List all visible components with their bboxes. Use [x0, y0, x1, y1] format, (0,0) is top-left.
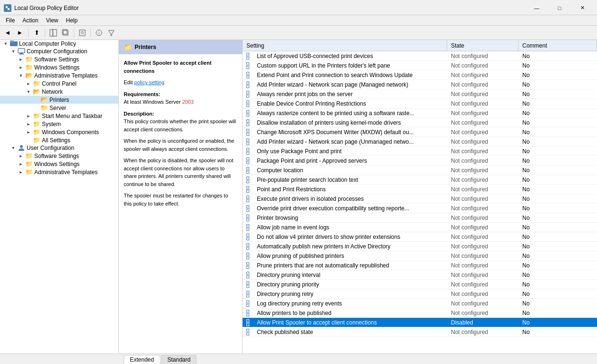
setting-state: Not configured [447, 252, 519, 260]
tree-panel[interactable]: ▼ Local Computer Policy ▼ Computer Confi… [0, 40, 119, 354]
tree-start-menu[interactable]: ► 📁 Start Menu and Taskbar [0, 112, 118, 120]
tree-system[interactable]: ► 📁 System [0, 120, 118, 128]
col-header-comment[interactable]: Comment [519, 40, 597, 51]
settings-row[interactable]: iAdd Printer wizard - Network scan page … [243, 137, 597, 147]
requirements-label: Requirements: [124, 91, 160, 97]
tree-user-config[interactable]: ▼ User Configuration [0, 144, 118, 152]
policy-icon: i [243, 52, 253, 60]
settings-row[interactable]: iDo not allow v4 printer drivers to show… [243, 232, 597, 242]
control-panel-icon: 📁 [32, 80, 41, 87]
settings-row[interactable]: iOnly use Package Point and printNot con… [243, 147, 597, 156]
setting-name: Package Point and print - Approved serve… [253, 157, 447, 165]
setting-state: Not configured [447, 271, 519, 279]
settings-row[interactable]: iAllow Print Spooler to accept client co… [243, 318, 597, 327]
setting-name: Always rasterize content to be printed u… [253, 109, 447, 118]
setting-state: Not configured [447, 80, 519, 89]
tree-admin-templates-cc[interactable]: ▼ 📂 Administrative Templates [0, 71, 118, 79]
tree-sw-settings-uc[interactable]: ► 📁 Software Settings [0, 152, 118, 160]
policy-icon: i [243, 80, 253, 89]
settings-row[interactable]: iPoint and Print RestrictionsNot configu… [243, 185, 597, 194]
settings-row[interactable]: iAlways render print jobs on the serverN… [243, 89, 597, 99]
tree-win-components[interactable]: ► 📁 Windows Components [0, 128, 118, 136]
close-button[interactable]: ✕ [571, 3, 593, 13]
back-button[interactable]: ◄ [2, 28, 13, 38]
network-expand: ▼ [25, 89, 32, 94]
policy-icon: i [243, 128, 253, 137]
settings-row[interactable]: iAllow printers to be publishedNot confi… [243, 308, 597, 318]
tab-extended[interactable]: Extended [124, 355, 160, 364]
tree-control-panel[interactable]: ► 📁 Control Panel [0, 79, 118, 88]
policy-icon: i [243, 309, 253, 317]
export-button[interactable] [77, 28, 88, 38]
settings-row[interactable]: iAllow job name in event logsNot configu… [243, 223, 597, 232]
setting-state: Not configured [447, 299, 519, 308]
settings-row[interactable]: iAutomatically publish new printers in A… [243, 242, 597, 251]
settings-row[interactable]: iPrune printers that are not automatical… [243, 261, 597, 270]
filter-button[interactable] [106, 28, 117, 38]
settings-row[interactable]: iExecute print drivers in isolated proce… [243, 194, 597, 204]
tree-admin-templates-uc[interactable]: ► 📁 Administrative Templates [0, 168, 118, 176]
network-label: Network [41, 89, 63, 95]
settings-row[interactable]: iDirectory pruning retryNot configuredNo [243, 289, 597, 299]
settings-row[interactable]: iAlways rasterize content to be printed … [243, 108, 597, 118]
setting-name: Change Microsoft XPS Document Writer (MX… [253, 128, 447, 137]
settings-row[interactable]: iExtend Point and Print connection to se… [243, 70, 597, 80]
policy-setting-link[interactable]: policy setting [134, 79, 165, 85]
settings-row[interactable]: iComputer locationNot configuredNo [243, 166, 597, 175]
settings-row[interactable]: iChange Microsoft XPS Document Writer (M… [243, 128, 597, 137]
settings-row[interactable]: iCustom support URL in the Printers fold… [243, 61, 597, 70]
tree-root[interactable]: ▼ Local Computer Policy [0, 40, 118, 48]
tree-server[interactable]: 📁 Server [0, 104, 118, 112]
settings-row[interactable]: iDirectory pruning intervalNot configure… [243, 270, 597, 280]
col-header-setting[interactable]: Setting [243, 40, 447, 51]
setting-comment: No [519, 290, 597, 298]
tree-computer-config[interactable]: ▼ Computer Configuration [0, 48, 118, 55]
setting-state: Not configured [447, 309, 519, 317]
up-button[interactable]: ⬆ [31, 28, 42, 38]
system-label: System [41, 121, 61, 128]
tree-win-settings-cc[interactable]: ► 📁 Windows Settings [0, 63, 118, 71]
show-hide-console-button[interactable] [48, 28, 59, 38]
settings-list[interactable]: iList of Approved USB-connected print de… [243, 51, 597, 354]
menu-bar: File Action View Help [0, 15, 597, 26]
settings-row[interactable]: iOverride print driver execution compati… [243, 204, 597, 213]
tree-network[interactable]: ▼ 📂 Network [0, 88, 118, 96]
desc-body: Allow Print Spooler to accept client con… [119, 54, 242, 216]
tree-win-settings-uc[interactable]: ► 📁 Windows Settings [0, 160, 118, 168]
settings-row[interactable]: iLog directory pruning retry eventsNot c… [243, 299, 597, 308]
col-header-state[interactable]: State [447, 40, 519, 51]
tree-printers[interactable]: 📂 Printers [0, 96, 118, 104]
menu-help[interactable]: Help [62, 16, 82, 25]
tab-standard[interactable]: Standard [161, 355, 197, 364]
setting-comment: No [519, 118, 597, 127]
menu-view[interactable]: View [42, 16, 62, 25]
setting-state: Not configured [447, 280, 519, 289]
tree-sw-settings-cc[interactable]: ► 📁 Software Settings [0, 55, 118, 63]
policy-icon: i [243, 109, 253, 118]
menu-file[interactable]: File [2, 16, 19, 25]
settings-row[interactable]: iAdd Printer wizard - Network scan page … [243, 80, 597, 89]
win-components-label: Windows Components [41, 129, 99, 136]
new-window-button[interactable] [60, 28, 71, 38]
settings-row[interactable]: iList of Approved USB-connected print de… [243, 51, 597, 61]
settings-row[interactable]: iEnable Device Control Printing Restrict… [243, 99, 597, 108]
settings-row[interactable]: iPrinter browsingNot configuredNo [243, 213, 597, 223]
settings-row[interactable]: iPackage Point and print - Approved serv… [243, 156, 597, 166]
computer-config-expand: ▼ [10, 49, 17, 54]
minimize-button[interactable]: — [526, 3, 548, 13]
settings-row[interactable]: iAllow pruning of published printersNot … [243, 251, 597, 261]
setting-state: Not configured [447, 99, 519, 108]
settings-row[interactable]: iPre-populate printer search location te… [243, 175, 597, 185]
svg-rect-14 [10, 40, 14, 42]
properties-button[interactable]: i [93, 28, 105, 38]
tree-all-settings[interactable]: 📁 All Settings [0, 136, 118, 144]
forward-button[interactable]: ► [14, 28, 26, 38]
maximize-button[interactable]: □ [548, 3, 570, 13]
settings-row[interactable]: iDisallow installation of printers using… [243, 118, 597, 128]
settings-row[interactable]: iDirectory pruning priorityNot configure… [243, 280, 597, 289]
tabs-bar: Extended Standard [0, 354, 597, 364]
settings-row[interactable]: iCheck published stateNot configuredNo [243, 327, 597, 337]
menu-action[interactable]: Action [19, 16, 42, 25]
admin-templates-uc-expand: ► [17, 170, 25, 175]
setting-state: Not configured [447, 90, 519, 98]
